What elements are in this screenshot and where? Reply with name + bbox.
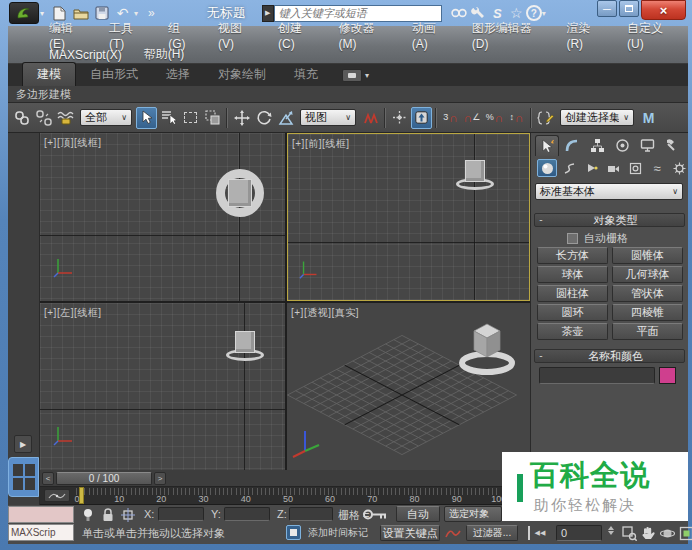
use-pivot-center-icon[interactable]	[360, 107, 381, 129]
auto-key-button[interactable]: 自动	[396, 506, 440, 522]
select-and-manipulate-icon[interactable]	[389, 107, 410, 129]
zoom-extents-icon[interactable]	[620, 524, 638, 542]
subcategory-helpers-icon[interactable]	[625, 159, 645, 177]
menu-maxscript[interactable]: MAXScript(X)	[38, 47, 133, 63]
viewport-label[interactable]: [+][左][线框]	[44, 306, 102, 320]
time-slider-handle[interactable]: 0 / 100	[56, 472, 152, 485]
ribbon-tab-modeling[interactable]: 建模	[22, 62, 76, 86]
frame-spinner[interactable]	[608, 526, 614, 535]
rollout-name-color-header[interactable]: - 名称和颜色	[534, 349, 685, 363]
isolate-selection-icon[interactable]	[286, 525, 301, 540]
minimize-button[interactable]: ─	[597, 0, 617, 17]
object-color-swatch[interactable]	[659, 367, 676, 384]
viewport-left[interactable]: [+][左][线框]	[40, 303, 285, 470]
viewport-perspective[interactable]: [+][透视][真实]	[287, 303, 530, 470]
viewport-layout-2x2-button[interactable]	[8, 457, 39, 497]
snaps-toggle-icon[interactable]: 3 ∩	[440, 107, 461, 129]
current-frame-marker[interactable]	[79, 487, 84, 504]
tab-create[interactable]	[535, 135, 559, 156]
subcategory-space-warps-icon[interactable]: ≈	[647, 159, 667, 177]
pan-hand-icon[interactable]	[639, 524, 657, 542]
selection-filter-dropdown[interactable]: 全部 ∨	[80, 109, 132, 126]
box-object[interactable]	[228, 179, 252, 207]
menu-animation[interactable]: 动画(A)	[401, 19, 461, 52]
select-and-move-icon[interactable]	[231, 107, 252, 129]
object-name-field[interactable]	[539, 367, 655, 384]
set-key-icon[interactable]	[360, 505, 390, 523]
select-and-scale-icon[interactable]	[275, 107, 296, 129]
select-and-rotate-icon[interactable]	[253, 107, 274, 129]
rectangular-selection-region-icon[interactable]	[180, 107, 201, 129]
window-crossing-icon[interactable]	[202, 107, 223, 129]
select-object-icon[interactable]	[136, 107, 157, 129]
select-and-link-icon[interactable]	[11, 107, 32, 129]
viewport-top[interactable]: [+][顶][线框]	[40, 133, 285, 301]
ribbon-tab-object-paint[interactable]: 对象绘制	[204, 63, 280, 86]
button-torus[interactable]: 圆环	[537, 304, 608, 321]
menu-views[interactable]: 视图(V)	[207, 19, 267, 52]
ribbon-config-icon[interactable]	[342, 69, 362, 82]
subcategory-cameras-icon[interactable]	[603, 159, 623, 177]
tab-motion[interactable]	[610, 135, 634, 156]
selected-filter-dropdown[interactable]: 选定对象	[444, 506, 502, 522]
box-object[interactable]	[235, 331, 255, 353]
menu-create[interactable]: 创建(C)	[267, 19, 328, 52]
x-coordinate-field[interactable]	[158, 507, 204, 521]
unlink-selection-icon[interactable]	[33, 107, 54, 129]
button-box[interactable]: 长方体	[537, 247, 608, 264]
orbit-icon[interactable]	[658, 524, 676, 542]
ribbon-config-dropdown-icon[interactable]: ▾	[365, 71, 369, 80]
button-cone[interactable]: 圆锥体	[612, 247, 683, 264]
key-filters-icon[interactable]	[444, 525, 462, 541]
button-teapot[interactable]: 茶壶	[537, 323, 608, 340]
prompt-assist-icon[interactable]	[80, 507, 96, 522]
button-cylinder[interactable]: 圆柱体	[537, 285, 608, 302]
set-key-button[interactable]: 设置关键点	[380, 525, 440, 541]
keyboard-shortcut-override-icon[interactable]	[411, 107, 432, 129]
absolute-offset-toggle-icon[interactable]	[120, 507, 136, 522]
subcategory-shapes-icon[interactable]	[559, 159, 579, 177]
z-coordinate-field[interactable]	[289, 507, 333, 521]
selection-lock-icon[interactable]	[100, 507, 116, 522]
go-to-start-button[interactable]: ◀◀	[528, 526, 550, 540]
tab-hierarchy[interactable]	[585, 135, 609, 156]
ribbon-tab-populate[interactable]: 填充	[280, 63, 332, 86]
button-geosphere[interactable]: 几何球体	[612, 266, 683, 283]
bind-to-space-warp-icon[interactable]	[55, 107, 76, 129]
button-sphere[interactable]: 球体	[537, 266, 608, 283]
autogrid-checkbox[interactable]	[567, 233, 578, 244]
viewport-front[interactable]: [+][前][线框]	[287, 133, 530, 301]
button-pyramid[interactable]: 四棱锥	[612, 304, 683, 321]
subcategory-lights-icon[interactable]	[581, 159, 601, 177]
maximize-button[interactable]	[619, 0, 639, 17]
maximize-viewport-toggle-icon[interactable]	[677, 524, 692, 542]
app-logo-button[interactable]	[9, 2, 39, 24]
ribbon-panel-polygon-modeling[interactable]: 多边形建模	[8, 87, 71, 102]
previous-frame-button[interactable]: <	[42, 472, 54, 485]
ribbon-tab-freeform[interactable]: 自由形式	[76, 63, 152, 86]
viewport-label[interactable]: [+][透视][真实]	[291, 306, 359, 320]
tab-display[interactable]	[635, 135, 659, 156]
menu-help[interactable]: 帮助(H)	[133, 45, 196, 64]
viewport-label[interactable]: [+][顶][线框]	[44, 136, 102, 150]
ribbon-tab-selection[interactable]: 选择	[152, 63, 204, 86]
angle-snap-icon[interactable]: ∩ ∠	[462, 107, 483, 129]
rollout-object-type-header[interactable]: - 对象类型	[534, 213, 685, 227]
undo-dropdown-icon[interactable]: ▾	[134, 9, 138, 18]
maxscript-mini-listener-pink[interactable]	[8, 506, 74, 523]
subcategory-geometry-icon[interactable]	[537, 159, 557, 177]
menu-customize[interactable]: 自定义(U)	[616, 19, 688, 52]
current-frame-field[interactable]: 0	[556, 525, 602, 541]
filters-button[interactable]: 过滤器...	[466, 525, 518, 541]
button-plane[interactable]: 平面	[612, 323, 683, 340]
y-coordinate-field[interactable]	[224, 507, 270, 521]
qat-overflow-button[interactable]: »	[148, 6, 155, 20]
help-dropdown-icon[interactable]: ▾	[542, 9, 546, 18]
edit-named-selection-sets-icon[interactable]	[535, 107, 556, 129]
percent-snap-icon[interactable]: % ∩	[484, 107, 505, 129]
spinner-snap-icon[interactable]: ↕ ∩	[506, 107, 527, 129]
menu-modifiers[interactable]: 修改器(M)	[328, 19, 401, 52]
logo-dropdown-icon[interactable]: ▾	[40, 9, 44, 18]
viewport-label[interactable]: [+][前][线框]	[292, 137, 350, 151]
track-bar[interactable]: 0 10 20 30 40 50 60 70 80 90 100	[40, 487, 530, 505]
